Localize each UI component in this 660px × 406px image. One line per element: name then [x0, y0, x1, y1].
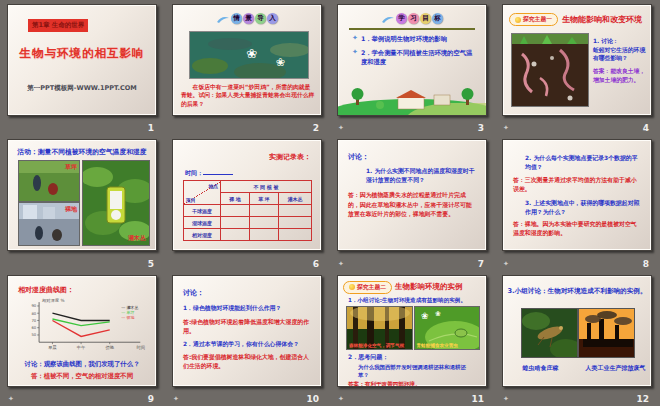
photo-caption: 蝗虫啃食庄稼	[503, 364, 578, 373]
slide-thumbnail-7[interactable]: 讨论： 1. 为什么实测不同地点的温度和湿度时干湿计放置的位置不同？ 答：因为植…	[337, 139, 487, 251]
sun-icon	[349, 284, 355, 290]
animation-indicator-icon: ✦	[503, 396, 509, 403]
slide-thumbnail-6[interactable]: 实测记录表： 时间： 地点 项目 不 同 植 被 裸 地 草 坪	[172, 139, 322, 251]
slide-thumbnail-5[interactable]: 活动：测量不同植被环境的空气温度和湿度 草坪	[7, 139, 157, 251]
slide-number: 8	[643, 259, 649, 269]
photo-label: 草坪	[65, 163, 77, 172]
animation-indicator-icon: ✦	[338, 396, 344, 403]
scenario-question-text: 在饭店中有一道菜叫“炒田鸡”，所需的肉就是青蛙。试问：如果人类大量捕捉青蛙将会出…	[181, 83, 315, 108]
question-heading: 2．思考问题：	[348, 352, 476, 361]
answer-text: 答:绿色植物对环境起着降低温度和增大湿度的作用。	[183, 318, 311, 336]
slide-cell-6: 实测记录表： 时间： 地点 项目 不 同 植 被 裸 地 草 坪	[165, 135, 330, 270]
photo-label: 灌木丛	[128, 234, 146, 243]
slide-number: 12	[636, 394, 649, 404]
column-header: 裸 地	[221, 193, 250, 205]
slide-cell-5: 活动：测量不同植被环境的空气温度和湿度 草坪	[0, 135, 165, 270]
data-cell	[279, 205, 312, 217]
bird-bullet-icon: ✦	[352, 35, 358, 42]
answer-text: 答:我们要提倡植树造林和绿化大地，创建适合人们生活的环境。	[183, 353, 311, 371]
svg-text:❀: ❀	[276, 56, 285, 69]
header-char: 导	[255, 13, 266, 24]
photo-caption: 森林能净化空气，调节气候	[349, 343, 404, 348]
question-text: 1. 为什么实测不同地点的温度和湿度时干湿计放置的位置不同？	[348, 167, 476, 185]
svg-text:时间: 时间	[136, 345, 145, 351]
slide-thumbnail-9[interactable]: 相对湿度曲线图： 5060708090早晨中午傍晚相对湿度 %时间— 灌木丛— …	[7, 275, 157, 387]
svg-text:中午: 中午	[77, 345, 86, 350]
slide-number: 4	[643, 123, 649, 133]
svg-text:90: 90	[31, 303, 36, 308]
slide-thumbnail-10[interactable]: 讨论： 1．绿色植物对环境能起到什么作用？ 答:绿色植物对环境起着降低温度和增大…	[172, 275, 322, 387]
question-text: 2. 为什么每个实测地点要记录3个数据的平均值？	[513, 154, 641, 172]
slide-header: 探究主题一 生物能影响和改变环境	[509, 13, 651, 26]
shrub-hygrometer-photo: 灌木丛	[82, 160, 150, 246]
data-cell	[221, 205, 250, 217]
slide-number: 5	[148, 259, 154, 269]
example-photos	[521, 308, 635, 358]
answer-text: 答：因为植物蒸腾失水的过程是通过叶片完成的，因此在草地和灌木丛中，应将干湿计尽可…	[348, 191, 476, 218]
slide-thumbnail-3[interactable]: 学 习 目 标 ✦ 1．举例说明生物对环境的影响 ✦ 2．学会测量不同植被生活环…	[337, 4, 487, 116]
corner-label-item: 项目	[186, 197, 196, 203]
diagonal-header-cell: 地点 项目	[184, 182, 220, 204]
discussion-text: 讨论：观察该曲线图，我们发现了什么？	[8, 360, 156, 369]
discussion-heading: 讨论：	[348, 152, 476, 163]
badge-text: 探究主题二	[357, 283, 386, 292]
slide-header: 探究主题二 生物影响环境的实例	[343, 281, 486, 294]
svg-text:80: 80	[31, 310, 36, 315]
slide-cell-11: 探究主题二 生物影响环境的实例 1．小组讨论:生物对环境造成有益影响的实例。	[330, 271, 495, 406]
column-header: 草 坪	[250, 193, 279, 205]
header-rule	[349, 28, 475, 30]
slide-title: 生物影响环境的实例	[395, 282, 463, 292]
svg-text:早晨: 早晨	[48, 345, 57, 350]
header-char: 情	[231, 13, 242, 24]
animation-indicator-icon: ✦	[8, 396, 14, 403]
slide-title: 3.小组讨论：生物对环境造成不利影响的实例。	[503, 287, 651, 296]
waterlily-pond-photo: ❀ ❀	[189, 31, 309, 79]
animation-indicator-icon: ✦	[503, 125, 509, 132]
measurement-record-table: 地点 项目 不 同 植 被 裸 地 草 坪 灌木丛 干球温度 湿球温度	[183, 180, 312, 241]
relative-humidity-line-chart: 5060708090早晨中午傍晚相对湿度 %时间— 灌木丛— 草坪— 裸地	[20, 296, 146, 356]
bare-ground-photo: 裸地	[18, 202, 80, 246]
bird-bullet-icon: ✦	[352, 49, 358, 56]
locust-photo	[521, 308, 578, 358]
answer-text: 答：裸地。因为本实验中要研究的是植被对空气温度和湿度的影响。	[513, 220, 641, 238]
answer-text: 答：三次测量并通过求平均值的方法有助于减小误差。	[513, 176, 641, 194]
answer-text: 答案：有利于改善西部环境。	[348, 380, 476, 386]
objective-item: ✦ 2．学会测量不同植被生活环境的空气温度和湿度	[352, 49, 476, 67]
explore-topic-badge: 探究主题一	[509, 13, 558, 26]
slide-thumbnail-12[interactable]: 3.小组讨论：生物对环境造成不利影响的实例。	[502, 275, 652, 387]
sun-icon	[515, 17, 521, 23]
svg-text:— 灌木丛: — 灌木丛	[121, 304, 138, 309]
photo-caption: 人类工业生产排放废气	[578, 364, 652, 373]
slide-thumbnail-2[interactable]: 情 景 导 入 ❀ ❀ 在饭店中有一道菜叫“炒田鸡”，所需的肉就是青蛙。试问：如…	[172, 4, 322, 116]
slide-number: 3	[478, 123, 484, 133]
slide-cell-12: 3.小组讨论：生物对环境造成不利影响的实例。	[495, 271, 660, 406]
question-text: 1．绿色植物对环境能起到什么作用？	[183, 304, 311, 313]
animation-indicator-icon: ✦	[338, 261, 344, 268]
slide-title: 生物能影响和改变环境	[562, 14, 642, 25]
slide-thumbnail-4[interactable]: 探究主题一 生物能影响和改变环境	[502, 4, 652, 116]
slide-number: 6	[313, 259, 319, 269]
slide-number: 7	[478, 259, 484, 269]
swoosh-icon	[216, 14, 230, 24]
photo-captions: 蝗虫啃食庄稼 人类工业生产排放废气	[503, 364, 652, 373]
slide-thumbnail-8[interactable]: 2. 为什么每个实测地点要记录3个数据的平均值？ 答：三次测量并通过求平均值的方…	[502, 139, 652, 251]
header-char: 入	[267, 13, 278, 24]
question-text: 为什么我国西部开发时强调退耕还林和退耕还草？	[348, 363, 476, 380]
header-char: 景	[243, 13, 254, 24]
factory-smoke-photo	[578, 308, 635, 358]
discussion-text: 1. 讨论： 蚯蚓对它生活的环境有哪些影响？ 答案：能改良土壤，增加土壤的肥力。	[593, 37, 647, 84]
svg-text:70: 70	[31, 317, 36, 322]
answer-text: 答案：能改良土壤，增加土壤的肥力。	[593, 67, 647, 84]
column-header: 灌木丛	[279, 193, 312, 205]
slide-thumbnail-1[interactable]: 第1章 生命的世界 生物与环境的相互影响 第一PPT模板网-WWW.1PPT.C…	[7, 4, 157, 116]
slide-cell-1: 第1章 生命的世界 生物与环境的相互影响 第一PPT模板网-WWW.1PPT.C…	[0, 0, 165, 135]
slide-cell-3: 学 习 目 标 ✦ 1．举例说明生物对环境的影响 ✦ 2．学会测量不同植被生活环…	[330, 0, 495, 135]
landscape-illustration	[338, 85, 487, 115]
explore-topic-badge: 探究主题二	[343, 281, 392, 294]
animation-indicator-icon: ✦	[173, 396, 179, 403]
lawn-measuring-photo: 草坪	[18, 160, 80, 202]
slide-thumbnail-11[interactable]: 探究主题二 生物影响环境的实例 1．小组讨论:生物对环境造成有益影响的实例。	[337, 275, 487, 387]
svg-text:— 裸地: — 裸地	[121, 315, 134, 320]
row-header: 湿球温度	[184, 217, 221, 229]
animation-indicator-icon: ✦	[503, 261, 509, 268]
